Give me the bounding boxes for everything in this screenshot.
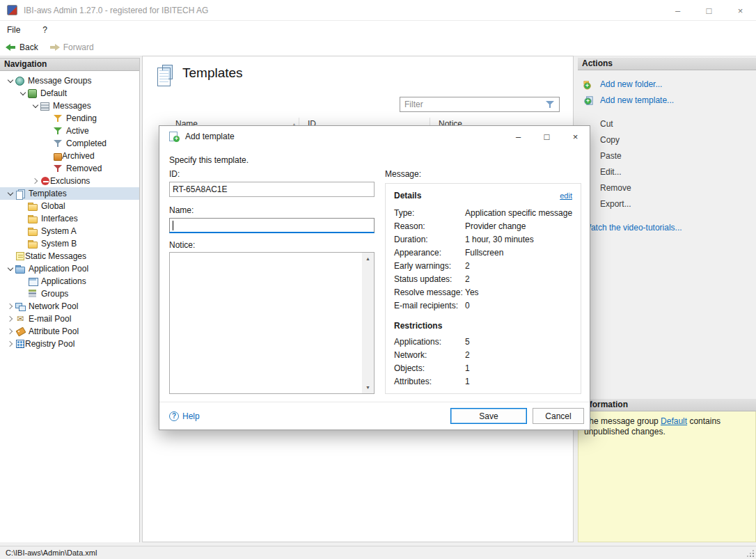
action-label: Paste (600, 151, 622, 161)
action-add-new-template[interactable]: Add new template... (578, 92, 756, 108)
active-filter-icon (53, 126, 63, 136)
action-paste[interactable]: Paste (578, 148, 756, 164)
edit-link[interactable]: edit (560, 191, 572, 200)
groups-icon (28, 289, 38, 299)
scroll-up-icon[interactable]: ▲ (362, 253, 374, 265)
nav-label: Pending (66, 113, 97, 123)
chevron-down-icon[interactable] (6, 76, 15, 86)
dialog-intro: Specify this template. (169, 155, 249, 165)
nav-label: Applications (41, 276, 86, 286)
information-text: The message group Default contains unpub… (578, 411, 756, 542)
add-template-dialog: Add template – □ × Specify this template… (159, 125, 590, 430)
action-add-new-folder[interactable]: Add new folder... (578, 76, 756, 92)
nav-item-message-groups[interactable]: Message Groups (0, 74, 139, 87)
nav-item-pending[interactable]: Pending (0, 112, 139, 125)
info-text-before: The message group (584, 416, 661, 426)
action-export[interactable]: Export... (578, 196, 756, 212)
nav-item-default[interactable]: Default (0, 87, 139, 100)
id-field[interactable] (169, 182, 375, 197)
nav-item-email-pool[interactable]: ✉ E-mail Pool (0, 313, 139, 325)
dialog-close-button[interactable]: × (561, 126, 590, 147)
add-folder-icon (583, 79, 592, 88)
nav-item-application-pool[interactable]: Application Pool (0, 262, 139, 275)
folder-icon (28, 226, 38, 236)
add-template-icon (583, 95, 592, 104)
detail-label: E-mail recipients: (394, 299, 465, 313)
nav-item-interfaces[interactable]: Interfaces (0, 212, 139, 225)
chevron-down-icon[interactable] (6, 264, 15, 274)
nav-item-system-b[interactable]: System B (0, 237, 139, 250)
menu-file[interactable]: File (0, 22, 27, 38)
add-template-dialog-icon (168, 131, 180, 142)
chevron-down-icon[interactable] (6, 189, 15, 198)
dialog-minimize-button[interactable]: – (504, 126, 533, 147)
help-link[interactable]: ? Help (169, 411, 200, 421)
resize-grip[interactable] (745, 548, 756, 559)
scroll-down-icon[interactable]: ▼ (362, 381, 374, 393)
chevron-right-icon[interactable] (6, 314, 15, 324)
window-title: IBI-aws Admin 1.27.0 - registered for IB… (24, 6, 208, 15)
nav-item-attribute-pool[interactable]: Attribute Pool (0, 325, 139, 338)
action-video-tutorials[interactable]: Watch the video-tutorials... (578, 219, 756, 235)
action-cut[interactable]: Cut (578, 116, 756, 132)
dialog-maximize-button[interactable]: □ (533, 126, 561, 147)
nav-item-groups[interactable]: Groups (0, 288, 139, 300)
nav-item-archived[interactable]: Archived (0, 150, 139, 162)
detail-label: Type: (394, 207, 465, 220)
action-edit[interactable]: Edit... (578, 164, 756, 180)
name-field[interactable] (169, 218, 375, 233)
attribute-pool-icon (15, 326, 25, 336)
message-groups-icon (15, 77, 24, 86)
chevron-right-icon[interactable] (31, 176, 40, 186)
chevron-right-icon[interactable] (6, 326, 15, 336)
action-label: Copy (600, 135, 620, 145)
nav-item-completed[interactable]: Completed (0, 137, 139, 150)
chevron-right-icon[interactable] (6, 301, 15, 311)
notice-field[interactable] (170, 253, 362, 393)
filter-input[interactable] (400, 98, 545, 111)
chevron-down-icon[interactable] (18, 88, 28, 98)
nav-item-templates[interactable]: Templates (0, 187, 139, 200)
back-button[interactable]: Back (0, 40, 44, 56)
notice-field-wrap: ▲ ▼ (169, 252, 375, 394)
default-group-link[interactable]: Default (661, 416, 687, 426)
nav-label: Completed (66, 139, 107, 148)
nav-item-global[interactable]: Global (0, 200, 139, 212)
chevron-right-icon[interactable] (6, 339, 15, 349)
nav-item-registry-pool[interactable]: Registry Pool (0, 338, 139, 350)
minimize-button[interactable]: – (662, 0, 693, 21)
templates-icon (15, 189, 25, 198)
save-button[interactable]: Save (450, 408, 527, 424)
action-label: Edit... (600, 167, 622, 177)
text-caret (173, 221, 173, 230)
restriction-label: Attributes: (394, 375, 465, 388)
nav-item-exclusions[interactable]: Exclusions (0, 175, 139, 187)
nav-item-static-messages[interactable]: Static Messages (0, 250, 139, 262)
nav-item-applications[interactable]: Applications (0, 275, 139, 288)
chevron-down-icon[interactable] (31, 101, 40, 111)
nav-item-active[interactable]: Active (0, 125, 139, 137)
status-path: C:\IBI-aws\Admin\Data.xml (6, 549, 97, 557)
nav-item-removed[interactable]: Removed (0, 162, 139, 175)
menu-help[interactable]: ? (36, 22, 54, 38)
cancel-button[interactable]: Cancel (533, 408, 584, 424)
action-label: Watch the video-tutorials... (583, 223, 682, 233)
pending-filter-icon (53, 113, 63, 123)
detail-label: Duration: (394, 233, 465, 246)
nav-item-system-a[interactable]: System A (0, 225, 139, 237)
message-details-box: Details edit Type:Application specific m… (385, 183, 581, 394)
action-copy[interactable]: Copy (578, 132, 756, 148)
nav-label: Application Pool (29, 264, 88, 274)
forward-button[interactable]: Forward (44, 40, 100, 56)
help-icon: ? (169, 411, 179, 421)
scrollbar[interactable]: ▲ ▼ (362, 253, 374, 393)
maximize-button[interactable]: □ (693, 0, 725, 21)
filter-funnel-icon[interactable] (545, 100, 556, 109)
action-remove[interactable]: Remove (578, 180, 756, 196)
close-button[interactable]: × (725, 0, 756, 21)
nav-label: Interfaces (41, 214, 78, 223)
nav-item-messages[interactable]: Messages (0, 100, 139, 112)
details-heading: Details (394, 191, 421, 200)
information-panel: Information The message group Default co… (578, 399, 756, 542)
nav-item-network-pool[interactable]: Network Pool (0, 300, 139, 313)
